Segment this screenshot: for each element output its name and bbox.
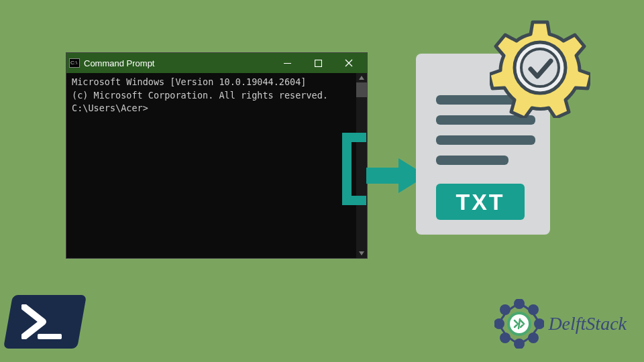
- powershell-icon: [3, 295, 87, 349]
- cmd-icon: C:\: [69, 58, 80, 68]
- scroll-up-button[interactable]: [356, 73, 367, 82]
- maximize-icon: [315, 60, 322, 67]
- scrollbar-thumb[interactable]: [356, 82, 367, 97]
- maximize-button[interactable]: [303, 53, 333, 73]
- chevron-down-icon: [359, 251, 364, 255]
- txt-badge: TXT: [436, 184, 525, 220]
- delftstack-logo: DelftStack: [494, 299, 627, 349]
- window-controls: [272, 53, 364, 73]
- minimize-icon: [284, 63, 291, 64]
- chevron-up-icon: [359, 76, 364, 80]
- svg-point-3: [521, 49, 559, 86]
- svg-rect-0: [284, 63, 291, 64]
- gear-check-icon: [490, 17, 590, 118]
- scroll-down-button[interactable]: [356, 249, 367, 258]
- terminal-line: (c) Microsoft Corporation. All rights re…: [72, 89, 362, 103]
- terminal-body[interactable]: Microsoft Windows [Version 10.0.19044.26…: [66, 73, 367, 258]
- terminal-line: Microsoft Windows [Version 10.0.19044.26…: [72, 76, 362, 89]
- delftstack-emblem-icon: [494, 299, 544, 349]
- window-title: Command Prompt: [84, 58, 272, 68]
- minimize-button[interactable]: [272, 53, 303, 73]
- close-icon: [345, 59, 353, 67]
- titlebar[interactable]: C:\ Command Prompt: [66, 53, 367, 73]
- delftstack-text: DelftStack: [548, 313, 627, 335]
- terminal-prompt: C:\Users\Acer>: [72, 102, 362, 115]
- close-button[interactable]: [333, 53, 364, 73]
- svg-rect-1: [315, 60, 321, 66]
- command-prompt-window: C:\ Command Prompt Microsoft Windows [Ve…: [66, 52, 368, 259]
